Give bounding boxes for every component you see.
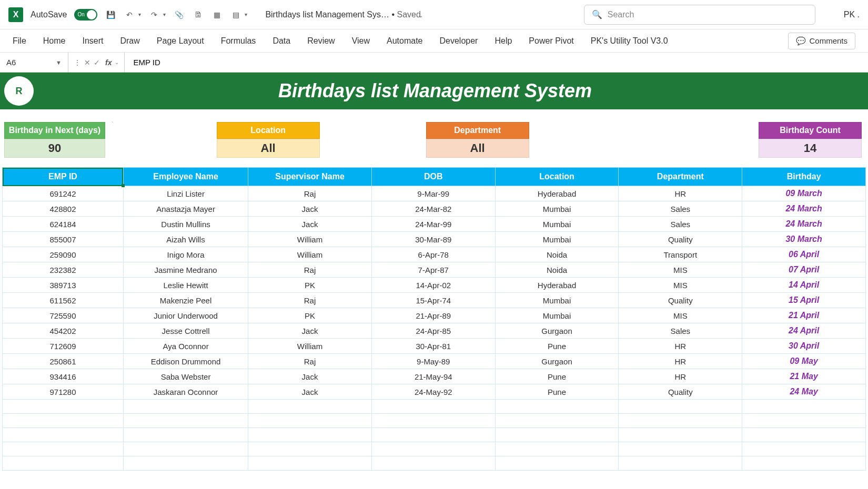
cell-emp_id[interactable]: 971280 [3,384,124,400]
tab-formulas[interactable]: Formulas [221,36,256,46]
next-days-value[interactable]: 90 [4,139,105,158]
cell-name[interactable]: Eddison Drummond [123,354,248,369]
cell-birthday[interactable]: 14 April [742,278,866,293]
cell-emp_id[interactable]: 624184 [3,217,124,232]
cell-birthday[interactable]: 15 April [742,293,866,308]
cell-dob[interactable]: 30-Mar-89 [371,232,495,247]
cell-location[interactable]: Noida [495,247,619,262]
cell-department[interactable]: HR [619,339,742,354]
table-row[interactable]: 624184Dustin MullinsJack24-Mar-99MumbaiS… [3,217,866,232]
enter-icon[interactable]: ✓ [94,58,100,67]
formula-input[interactable] [125,53,868,72]
search-input[interactable]: 🔍 Search [584,5,815,25]
cell-location[interactable]: Pune [495,384,619,400]
cell-birthday[interactable]: 09 May [742,354,866,369]
pdf-icon[interactable]: 🖺 [192,9,204,21]
table-row[interactable]: 428802Anastazja MayerJack24-Mar-82Mumbai… [3,201,866,217]
autosave-toggle[interactable]: On [74,9,97,21]
cell-location[interactable]: Noida [495,262,619,278]
save-icon[interactable]: 💾 [105,9,116,21]
cell-department[interactable]: Sales [619,323,742,339]
table-row[interactable]: 712609Aya OconnorWilliam30-Apr-81PuneHR3… [3,339,866,354]
cell-emp_id[interactable]: 454202 [3,323,124,339]
cell-dob[interactable]: 21-May-94 [371,369,495,384]
cell-name[interactable]: Linzi Lister [123,186,248,201]
calc-dropdown-icon[interactable]: ▾ [245,12,247,17]
cell-birthday[interactable]: 09 March [742,186,866,201]
tab-pk-s-utility-tool-v3-0[interactable]: PK's Utility Tool V3.0 [591,36,668,46]
cell-birthday[interactable]: 07 April [742,262,866,278]
cell-name[interactable]: Saba Webster [123,369,248,384]
cell-birthday[interactable]: 24 March [742,217,866,232]
cell-emp_id[interactable]: 389713 [3,278,124,293]
redo-icon[interactable]: ↷ [148,9,160,21]
department-value[interactable]: All [426,139,529,158]
cell-department[interactable]: Sales [619,201,742,217]
cell-supervisor[interactable]: Raj [248,293,372,308]
document-title[interactable]: Birthdays list Management Sys… • Saved ⌄ [265,10,423,19]
cell-birthday[interactable]: 21 April [742,308,866,323]
cell-dob[interactable]: 24-Mar-99 [371,217,495,232]
cell-location[interactable]: Mumbai [495,201,619,217]
tab-draw[interactable]: Draw [120,36,139,46]
col-header-employee-name[interactable]: Employee Name [123,168,248,186]
table-row[interactable]: 389713Leslie HewittPK14-Apr-02HyderabadM… [3,278,866,293]
cell-supervisor[interactable]: Jack [248,369,372,384]
cell-department[interactable]: Transport [619,247,742,262]
tab-data[interactable]: Data [272,36,290,46]
cell-name[interactable]: Jaskaran Oconnor [123,384,248,400]
col-header-location[interactable]: Location [495,168,619,186]
cell-emp_id[interactable]: 725590 [3,308,124,323]
tab-page-layout[interactable]: Page Layout [157,36,204,46]
borders-icon[interactable]: ▦ [211,9,223,21]
fx-icon[interactable]: fx [105,58,112,67]
cell-supervisor[interactable]: Jack [248,201,372,217]
cell-emp_id[interactable]: 250861 [3,354,124,369]
name-box[interactable]: A6 ▼ [0,53,68,72]
cell-emp_id[interactable]: 611562 [3,293,124,308]
cell-department[interactable]: Quality [619,232,742,247]
cell-birthday[interactable]: 24 May [742,384,866,400]
cell-name[interactable]: Jasmine Medrano [123,262,248,278]
cell-emp_id[interactable]: 855007 [3,232,124,247]
cell-location[interactable]: Mumbai [495,232,619,247]
cell-emp_id[interactable]: 691242 [3,186,124,201]
tab-file[interactable]: File [13,36,26,46]
col-header-dob[interactable]: DOB [371,168,495,186]
cell-emp_id[interactable]: 259090 [3,247,124,262]
user-label[interactable]: PK . [844,10,860,19]
tab-help[interactable]: Help [494,36,512,46]
cell-location[interactable]: Mumbai [495,308,619,323]
attach-icon[interactable]: 📎 [173,9,185,21]
table-row[interactable]: 232382Jasmine MedranoRaj7-Apr-87NoidaMIS… [3,262,866,278]
tab-home[interactable]: Home [43,36,66,46]
cell-supervisor[interactable]: Jack [248,217,372,232]
cell-location[interactable]: Gurgaon [495,354,619,369]
cell-department[interactable]: MIS [619,308,742,323]
cell-name[interactable]: Inigo Mora [123,247,248,262]
cell-dob[interactable]: 15-Apr-74 [371,293,495,308]
cell-emp_id[interactable]: 428802 [3,201,124,217]
cell-department[interactable]: HR [619,354,742,369]
cell-dob[interactable]: 9-Mar-99 [371,186,495,201]
cell-supervisor[interactable]: William [248,232,372,247]
undo-dropdown-icon[interactable]: ▾ [138,12,141,17]
cell-emp_id[interactable]: 934416 [3,369,124,384]
table-row-empty[interactable] [3,428,866,442]
cell-department[interactable]: Sales [619,217,742,232]
cell-department[interactable]: HR [619,186,742,201]
cell-name[interactable]: Dustin Mullins [123,217,248,232]
cell-dob[interactable]: 24-Apr-85 [371,323,495,339]
calc-icon[interactable]: ▤ [230,9,241,21]
cell-dob[interactable]: 24-May-92 [371,384,495,400]
table-row[interactable]: 259090Inigo MoraWilliam6-Apr-78NoidaTran… [3,247,866,262]
cell-emp_id[interactable]: 232382 [3,262,124,278]
chevron-down-icon[interactable]: ▼ [56,59,62,66]
data-grid[interactable]: EMP IDEmployee NameSupervisor NameDOBLoc… [0,167,868,471]
col-header-department[interactable]: Department [619,168,742,186]
cell-supervisor[interactable]: Jack [248,323,372,339]
cell-dob[interactable]: 9-May-89 [371,354,495,369]
cell-location[interactable]: Mumbai [495,217,619,232]
cell-birthday[interactable]: 06 April [742,247,866,262]
cell-location[interactable]: Mumbai [495,293,619,308]
